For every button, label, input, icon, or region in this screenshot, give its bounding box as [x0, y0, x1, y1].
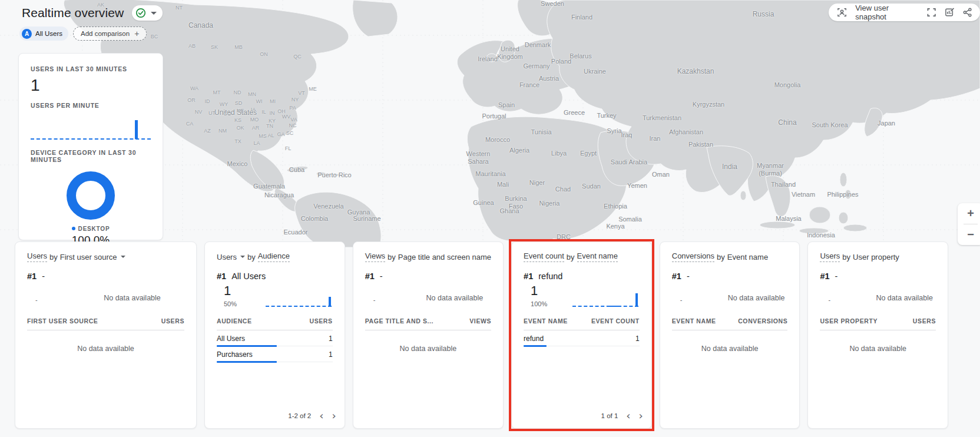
table-row[interactable]: refund 1 — [524, 330, 640, 346]
dimension-column-header[interactable]: USER PROPERTY — [820, 317, 878, 325]
dimension-column-header[interactable]: FIRST USER SOURCE — [27, 317, 98, 325]
fullscreen-icon[interactable] — [927, 8, 936, 17]
value-column-header[interactable]: USERS — [913, 317, 936, 325]
comparison-chips: A All Users Add comparison + — [19, 27, 147, 41]
next-page-icon[interactable]: › — [332, 410, 336, 421]
chart-baseline — [31, 138, 151, 140]
metric-label[interactable]: Conversions — [672, 251, 714, 262]
top-rank-row: #1 - — [820, 272, 936, 281]
empty-dash: - — [35, 296, 38, 303]
by-label: by — [717, 253, 725, 261]
rank-value: - — [687, 272, 690, 281]
page-header: Realtime overview — [22, 5, 163, 21]
zoom-in-button[interactable]: + — [958, 203, 980, 224]
card-title: Users by First user source — [27, 251, 184, 262]
add-comparison-button[interactable]: Add comparison + — [73, 27, 147, 41]
by-label: by — [388, 253, 396, 261]
table-header: EVENT NAME CONVERSIONS — [672, 317, 788, 330]
rank-number: #1 — [217, 272, 226, 281]
users-per-minute-chart[interactable] — [31, 115, 151, 141]
row-name: All Users — [217, 335, 245, 343]
top-rank-row: #1 All Users — [217, 272, 333, 281]
user-snapshot-icon[interactable] — [837, 7, 847, 18]
sparkline-bar — [329, 297, 331, 306]
by-label: by — [567, 253, 575, 261]
card-users-by-user-property: Users by User property #1 - - No data av… — [807, 241, 948, 429]
dimension-column-header[interactable]: EVENT NAME — [672, 317, 716, 325]
table-row[interactable]: Purchasers 1 — [217, 346, 333, 362]
card-title: Conversions by Event name — [672, 251, 788, 262]
value-column-header[interactable]: USERS — [309, 317, 332, 325]
sparkline-solid-segment — [607, 306, 621, 307]
card-event-count-by-event-name: Event count by Event name #1 refund 1 10… — [511, 241, 652, 429]
report-status-dropdown[interactable] — [132, 5, 163, 21]
next-page-icon[interactable]: › — [639, 410, 643, 421]
rank-number: #1 — [365, 272, 375, 281]
share-icon[interactable] — [963, 8, 972, 17]
snapshot-button-label[interactable]: View user snapshot — [855, 4, 919, 21]
prev-page-icon[interactable]: ‹ — [626, 410, 630, 421]
row-bar — [217, 361, 277, 363]
value-column-header[interactable]: CONVERSIONS — [738, 317, 787, 325]
metric-label[interactable]: Users — [27, 251, 47, 262]
users-per-minute-label: USERS PER MINUTE — [31, 102, 151, 109]
metric-label[interactable]: Views — [365, 251, 385, 262]
no-data-note: No data available — [418, 294, 491, 302]
device-donut-chart[interactable] — [31, 171, 151, 220]
rank-value: - — [835, 272, 838, 281]
rank-value: - — [42, 272, 45, 281]
comparison-avatar: A — [22, 29, 32, 39]
rank-value: All Users — [231, 272, 266, 281]
card-title: Users by Audience — [217, 251, 333, 262]
top-rank-row: #1 refund — [524, 272, 640, 281]
zoom-out-button[interactable]: − — [958, 224, 980, 245]
card-views-by-page-title: Views by Page title and screen name #1 -… — [353, 241, 504, 429]
row-value: 1 — [329, 350, 333, 359]
chevron-down-icon — [151, 12, 157, 15]
card-mid-area: 1 50% — [217, 281, 333, 312]
empty-dash: - — [373, 296, 376, 303]
row-name: refund — [524, 335, 544, 343]
dimension-label[interactable]: Event name — [577, 251, 618, 262]
card-users-by-audience: Users by Audience #1 All Users 1 50% AUD… — [204, 241, 345, 429]
row-value: 1 — [329, 335, 333, 343]
value-column-header[interactable]: USERS — [161, 317, 184, 325]
rank-value: refund — [538, 272, 562, 281]
comparison-chip-label: All Users — [35, 30, 62, 37]
users-30min-value: 1 — [31, 76, 151, 95]
rank-number: #1 — [820, 272, 829, 281]
card-mid-area: 1 100% — [524, 281, 640, 312]
metric-label[interactable]: Users — [217, 253, 237, 261]
sparkline-baseline — [572, 306, 638, 307]
metric-label[interactable]: Users — [820, 251, 840, 262]
map-zoom-controls: + − — [958, 203, 980, 245]
edit-chart-icon[interactable] — [945, 7, 955, 18]
sparkline-baseline — [266, 306, 332, 307]
empty-dash: - — [680, 296, 683, 303]
top-rank-row: #1 - — [365, 272, 491, 281]
dimension-column-header[interactable]: AUDIENCE — [217, 317, 252, 325]
device-legend: DESKTOP — [31, 226, 151, 232]
by-label: by — [842, 253, 850, 261]
no-data-body: No data available — [820, 345, 936, 353]
pagination: 1 of 1 ‹ › — [601, 410, 643, 421]
chevron-down-icon[interactable] — [121, 256, 125, 258]
top-metric-value: 1 — [224, 283, 231, 299]
value-column-header[interactable]: VIEWS — [469, 317, 491, 325]
dimension-label: Page title and screen name — [398, 253, 491, 261]
metric-label[interactable]: Event count — [524, 251, 564, 262]
table-row[interactable]: All Users 1 — [217, 330, 333, 346]
table-header: FIRST USER SOURCE USERS — [27, 317, 184, 330]
table-header: AUDIENCE USERS — [217, 317, 333, 330]
chevron-down-icon[interactable] — [240, 256, 245, 258]
dimension-column-header[interactable]: EVENT NAME — [524, 317, 568, 325]
dimension-label: First user source — [60, 253, 117, 261]
prev-page-icon[interactable]: ‹ — [319, 410, 323, 421]
dimension-label[interactable]: Audience — [258, 251, 290, 262]
row-name: Purchasers — [217, 350, 253, 359]
value-column-header[interactable]: EVENT COUNT — [591, 317, 640, 325]
all-users-chip[interactable]: A All Users — [19, 27, 68, 41]
no-data-note: No data available — [80, 294, 184, 302]
chart-bar — [135, 120, 138, 139]
dimension-column-header[interactable]: PAGE TITLE AND S... — [365, 317, 433, 325]
